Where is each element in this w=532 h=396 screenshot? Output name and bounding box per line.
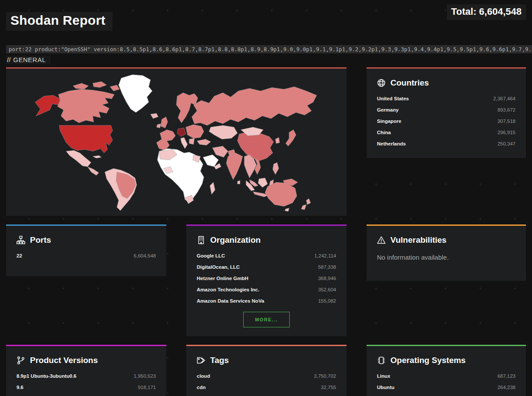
row-label: Google LLC [197,253,225,258]
card-title: Ports [30,235,51,245]
region-new-zealand[interactable] [301,205,306,210]
region-alaska[interactable] [35,96,60,116]
region-cuba[interactable] [93,155,102,158]
table-row[interactable]: cdn32,755 [197,382,336,393]
card-title: Product Versions [30,356,98,365]
region-italy[interactable] [181,138,188,149]
row-label: Netherlands [377,141,406,146]
table-row[interactable]: Hetzner Online GmbH368,946 [197,273,336,284]
card-title: Organization [210,235,261,245]
section-general-label: //GENERAL [6,56,50,64]
region-korea[interactable] [275,138,280,144]
table-row[interactable]: Google LLC1,242,114 [197,250,336,261]
region-tasmania[interactable] [285,208,289,211]
row-value: 155,082 [318,298,336,304]
table-row[interactable]: scanner899 [197,393,336,396]
region-borneo[interactable] [258,178,268,188]
table-row[interactable]: Amazon Technologies Inc.352,604 [197,284,336,295]
row-value: 352,604 [318,287,336,292]
region-central-america[interactable] [88,167,99,175]
more-button[interactable]: MORE... [243,312,290,327]
sitemap-icon [17,236,25,244]
card-title: Countries [390,78,429,88]
region-eastern-europe[interactable] [186,125,204,139]
region-madagascar[interactable] [210,182,215,195]
row-value: 250,347 [497,141,515,146]
row-label: Germany [377,107,399,112]
row-label: DigitalOcean, LLC [197,264,240,270]
ports-card: Ports 226,604,548 [6,224,166,276]
region-sri-lanka[interactable] [238,181,240,184]
row-label: cloud [197,373,210,379]
row-value: 918,171 [138,385,156,390]
row-label: Amazon Data Services NoVa [197,298,264,304]
row-label: Ubuntu [377,385,394,390]
row-value: 2,367,464 [493,96,515,101]
region-uk[interactable] [161,117,168,128]
row-label: cdn [197,385,205,390]
region-canada-islands[interactable] [93,82,107,88]
table-row[interactable]: FreeBSD55,084 [377,393,515,396]
tags-card-header: Tags [197,356,336,365]
region-balkans[interactable] [189,139,195,145]
git-branch-icon [17,356,25,365]
card-title: Tags [210,356,229,365]
report-grid: Countries United States2,367,464 Germany… [0,67,532,396]
region-australia[interactable] [265,182,297,207]
table-row[interactable]: Singapore307,518 [377,116,515,127]
region-canada-islands[interactable] [110,85,119,91]
table-row[interactable]: China296,915 [377,127,515,138]
table-row[interactable]: Ubuntu264,238 [377,382,515,393]
region-canada[interactable] [57,89,114,123]
countries-card: Countries United States2,367,464 Germany… [367,67,526,158]
region-china[interactable] [238,132,274,161]
region-canada-islands[interactable] [73,83,89,89]
region-kazakhstan[interactable] [209,125,237,139]
countries-rows: United States2,367,464 Germany893,672 Si… [377,93,515,149]
table-row[interactable]: 9.6918,171 [17,382,156,393]
ports-rows: 226,604,548 [17,250,156,261]
table-row[interactable]: Germany893,672 [377,104,515,116]
table-row[interactable]: Linux687,123 [377,370,515,382]
row-value: 1,950,523 [134,373,156,379]
row-value: 296,915 [497,130,515,135]
row-label: 9.6 [17,385,23,390]
product-versions-card-header: Product Versions [17,356,156,365]
card-title: Vulnerabilities [390,235,446,245]
table-row[interactable]: DigitalOcean, LLC587,338 [197,261,336,273]
region-saudi[interactable] [203,155,218,167]
region-philippines[interactable] [273,162,279,175]
row-value: 6,604,548 [134,253,156,258]
product-versions-card: Product Versions 8.9p1 Ubuntu-3ubuntu0.6… [6,345,166,396]
region-new-zealand[interactable] [306,199,311,205]
region-usa[interactable] [59,125,112,153]
region-germany[interactable] [177,128,186,137]
table-row[interactable]: United States2,367,464 [377,93,515,104]
region-iceland[interactable] [151,113,159,119]
region-ireland[interactable] [156,124,161,128]
row-value: 1,242,114 [314,253,336,258]
section-prefix: // [7,56,10,63]
operating-systems-card-header: Operating Systems [377,356,515,365]
region-india[interactable] [226,153,243,179]
table-row[interactable]: Amazon Data Services NoVa155,082 [197,295,336,307]
section-title: GENERAL [13,56,46,63]
page-header: Shodan Report Total: 6,604,548 [0,0,532,40]
table-row[interactable]: 8.9p1 Ubuntu-3ubuntu0.61,950,523 [17,370,156,382]
region-mexico[interactable] [66,151,91,167]
search-query-bar[interactable]: port:22 product:"OpenSSH" version:8.5,8.… [6,45,532,53]
world-map-choropleth[interactable] [6,69,347,216]
table-row[interactable]: Netherlands250,347 [377,138,515,149]
region-greenland[interactable] [119,75,152,112]
region-iran[interactable] [212,146,228,158]
table-row[interactable]: cloud3,750,702 [197,370,336,382]
region-france-iberia[interactable] [156,130,175,151]
countries-card-header: Countries [377,78,515,88]
table-row[interactable]: 8.9p1 Ubuntu-3ubuntu0.7891,601 [17,393,156,396]
region-russia[interactable] [192,87,317,125]
region-turkey[interactable] [197,139,211,145]
chip-icon [377,356,386,365]
region-japan[interactable] [286,130,296,146]
table-row[interactable]: 226,604,548 [17,250,156,261]
page-title: Shodan Report [6,12,112,31]
